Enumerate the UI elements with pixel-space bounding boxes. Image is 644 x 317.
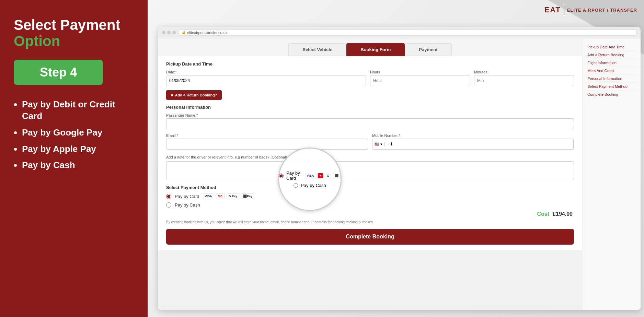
left-panel: Select Payment Option Step 4 Pay by Debi… bbox=[0, 0, 148, 317]
browser-bar: 🔒 eliteairporttransfer.co.uk bbox=[158, 27, 641, 38]
feature-list: Pay by Debit or Credit Card Pay by Googl… bbox=[14, 99, 134, 176]
url-text: eliteairporttransfer.co.uk bbox=[187, 31, 227, 35]
magnify-card-label: Pay by Card bbox=[286, 171, 302, 181]
phone-group: 🇺🇸 ▾ bbox=[372, 139, 574, 150]
pickup-section-title: Pickup Date and Time bbox=[166, 61, 574, 67]
hours-group: Hours bbox=[370, 70, 470, 86]
side-nav: Pickup Date And Time Add a Return Bookin… bbox=[582, 38, 641, 310]
payment-options: Pay by Card VISA MC G Pay ⬛Pay bbox=[166, 193, 574, 208]
magnify-cash-label: Pay by Cash bbox=[301, 183, 326, 188]
magnify-visa: VISA bbox=[305, 173, 316, 178]
phone-input[interactable] bbox=[385, 139, 574, 150]
right-panel: EAT ELITE AIRPORT / TRANSFER 🔒 eliteairp… bbox=[148, 0, 644, 317]
return-booking-label: Add a Return Booking? bbox=[175, 93, 217, 97]
browser-dot-1 bbox=[162, 31, 165, 34]
logo-slash: / bbox=[607, 8, 609, 13]
tab-payment[interactable]: Payment bbox=[405, 43, 451, 56]
payment-section-title: Select Payment Method bbox=[166, 185, 574, 190]
magnify-pay-card: Pay by Card VISA ● G ⬛ bbox=[279, 171, 341, 181]
list-item: Pay by Apple Pay bbox=[22, 143, 134, 155]
logo-text-part2: TRANSFER bbox=[610, 8, 637, 13]
magnify-cash-radio[interactable] bbox=[294, 183, 298, 188]
note-label: Add a note for the driver or relevant in… bbox=[166, 155, 287, 159]
logo-bar: EAT ELITE AIRPORT / TRANSFER bbox=[538, 0, 644, 20]
heading-line1: Select Payment bbox=[14, 17, 134, 33]
mobile-label: Mobile Number:* bbox=[372, 133, 574, 138]
payment-section: Select Payment Method Pay by Card VISA M… bbox=[166, 185, 574, 208]
lock-icon: 🔒 bbox=[182, 31, 186, 34]
passenger-name-input[interactable] bbox=[166, 118, 574, 129]
return-booking-button[interactable]: ■ Add a Return Booking? bbox=[166, 90, 222, 100]
logo-divider bbox=[564, 5, 564, 15]
pay-by-cash-radio[interactable] bbox=[166, 202, 171, 208]
minutes-label: Minutes bbox=[474, 70, 574, 74]
mobile-group: Mobile Number:* 🇺🇸 ▾ bbox=[372, 133, 574, 150]
personal-info-title: Personal Information bbox=[166, 105, 574, 110]
apay-icon: ⬛Pay bbox=[241, 193, 254, 199]
logo-text-part1: ELITE AIRPORT bbox=[567, 8, 605, 13]
tabs-bar: Select Vehicle Booking Form Payment bbox=[158, 38, 582, 56]
tab-booking-form[interactable]: Booking Form bbox=[346, 43, 405, 56]
magnify-pay-cash: Pay by Cash bbox=[294, 183, 326, 188]
sidenav-return[interactable]: Add a Return Booking bbox=[586, 51, 637, 59]
passenger-name-row: Passenger Name:* bbox=[166, 113, 574, 129]
email-label: Email:* bbox=[166, 133, 368, 138]
browser-dot-3 bbox=[172, 31, 176, 34]
sidenav-personal[interactable]: Personal Information bbox=[586, 75, 637, 83]
magnify-card-icons: VISA ● G ⬛ bbox=[305, 173, 341, 178]
minutes-input[interactable] bbox=[474, 75, 574, 86]
email-mobile-row: Email:* Mobile Number:* 🇺🇸 ▾ bbox=[166, 133, 574, 150]
sidenav-flight[interactable]: Flight Information bbox=[586, 59, 637, 67]
email-group: Email:* bbox=[166, 133, 368, 150]
passenger-name-label: Passenger Name:* bbox=[166, 113, 574, 117]
list-item: Pay by Debit or Credit Card bbox=[22, 99, 134, 122]
complete-booking-button[interactable]: Complete Booking bbox=[166, 229, 574, 245]
magnify-circle: Pay by Card VISA ● G ⬛ Pay by Cash bbox=[278, 148, 342, 211]
tab-select-vehicle[interactable]: Select Vehicle bbox=[288, 43, 346, 56]
hours-label: Hours bbox=[370, 70, 470, 74]
step-badge: Step 4 bbox=[14, 60, 103, 85]
pay-by-card-radio[interactable] bbox=[166, 194, 171, 199]
pay-by-card-option: Pay by Card VISA MC G Pay ⬛Pay bbox=[166, 193, 574, 199]
form-area: Pickup Date and Time Date:* Hours Minute… bbox=[158, 56, 582, 250]
magnify-mc: ● bbox=[318, 173, 323, 178]
return-booking-icon: ■ bbox=[171, 93, 173, 97]
pay-by-cash-option: Pay by Cash bbox=[166, 202, 574, 208]
cost-label: Cost bbox=[537, 211, 550, 217]
magnify-inner: Pay by Card VISA ● G ⬛ Pay by Cash bbox=[279, 171, 341, 188]
passenger-name-group: Passenger Name:* bbox=[166, 113, 574, 129]
logo-eat: EAT bbox=[544, 5, 561, 14]
cost-row: Cost £194.00 bbox=[166, 211, 574, 217]
gpay-icon: G Pay bbox=[227, 193, 240, 199]
date-group: Date:* bbox=[166, 70, 366, 86]
date-input[interactable] bbox=[166, 75, 366, 86]
heading-line2: Option bbox=[14, 33, 134, 49]
pickup-row: Date:* Hours Minutes bbox=[166, 70, 574, 86]
pay-by-card-label: Pay by Card bbox=[175, 194, 199, 199]
sidenav-payment[interactable]: Select Payment Method bbox=[586, 83, 637, 91]
browser-dot-2 bbox=[167, 31, 171, 34]
sidenav-complete[interactable]: Complete Booking bbox=[586, 91, 637, 98]
browser-content: Select Vehicle Booking Form Payment Pick… bbox=[158, 38, 641, 310]
mastercard-icon: MC bbox=[216, 193, 225, 199]
legal-text: By creating booking with us, you agree t… bbox=[166, 220, 574, 225]
note-textarea[interactable] bbox=[166, 161, 574, 180]
email-input[interactable] bbox=[166, 139, 368, 150]
date-label: Date:* bbox=[166, 70, 366, 74]
cost-value: £194.00 bbox=[553, 211, 573, 217]
browser-window: 🔒 eliteairporttransfer.co.uk Select Vehi… bbox=[158, 27, 641, 310]
card-icons: VISA MC G Pay ⬛Pay bbox=[203, 193, 255, 199]
phone-flag[interactable]: 🇺🇸 ▾ bbox=[372, 142, 385, 146]
hours-input[interactable] bbox=[370, 75, 470, 86]
pay-by-cash-label: Pay by Cash bbox=[175, 202, 200, 208]
main-content: Select Vehicle Booking Form Payment Pick… bbox=[158, 38, 582, 310]
browser-url-bar: 🔒 eliteairporttransfer.co.uk bbox=[179, 30, 636, 36]
magnify-apay: ⬛ bbox=[333, 173, 341, 178]
sidenav-pickup[interactable]: Pickup Date And Time bbox=[586, 43, 637, 51]
list-item: Pay by Cash bbox=[22, 160, 134, 171]
magnify-card-radio[interactable] bbox=[279, 174, 284, 178]
magnify-gpay: G bbox=[325, 173, 331, 178]
sidenav-greet[interactable]: Meet And Greet bbox=[586, 67, 637, 75]
list-item: Pay by Google Pay bbox=[22, 127, 134, 139]
visa-icon: VISA bbox=[203, 193, 214, 199]
